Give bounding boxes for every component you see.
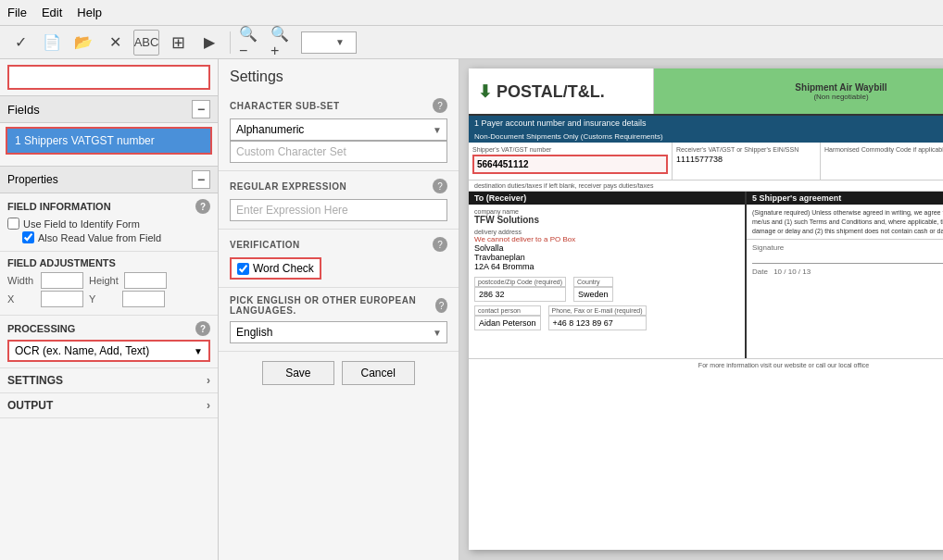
add-icon[interactable]: ⊞ <box>165 30 191 56</box>
settings-panel: Settings CHARACTER SUB-SET ? Alphanumeri… <box>219 59 459 560</box>
word-check-label: Word Check <box>253 262 314 275</box>
to-receiver-title: To (Receiver) <box>469 192 745 205</box>
height-input[interactable]: 27 <box>124 272 167 289</box>
zoom-in-icon[interactable]: 🔍+ <box>270 30 295 56</box>
ocr-dropdown-arrow-icon: ▼ <box>194 346 203 356</box>
properties-label: Properties <box>7 173 58 186</box>
country-section: Country Sweden <box>573 277 613 302</box>
custom-charset-input[interactable] <box>230 141 447 163</box>
processing-help-icon[interactable]: ? <box>195 321 210 336</box>
ocr-dropdown[interactable]: OCR (ex. Name, Add, Text) ▼ <box>7 340 210 362</box>
menu-help[interactable]: Help <box>77 6 102 19</box>
x-label: X <box>7 293 35 305</box>
width-label: Width <box>7 275 35 286</box>
regular-expression-group: REGULAR EXPRESSION ? <box>219 171 459 230</box>
verification-group: VERIFICATION ? Word Check <box>219 230 459 288</box>
shipper-vat-section: Shipper's VAT/GST number 5664451112 <box>469 143 673 180</box>
y-input[interactable]: 187 <box>122 291 165 307</box>
output-nav-arrow-icon: › <box>207 399 210 412</box>
character-subset-select-wrapper: Alphanumeric Numeric Alpha Custom ▼ <box>230 118 447 141</box>
right-area: Settings CHARACTER SUB-SET ? Alphanumeri… <box>219 59 943 560</box>
duties-row: destination duties/taxes if left blank, … <box>469 180 943 192</box>
verification-header: VERIFICATION ? <box>230 237 447 252</box>
field-adj-section: FIELD ADJUSTMENTS Width 58 Height 27 X 3… <box>0 252 218 316</box>
shipment-section: Shipment Air Waybill (Non negotiable) <box>654 68 943 114</box>
use-field-identify-checkbox[interactable] <box>7 218 19 230</box>
field-info-title: FIELD INFORMATION ? <box>7 199 210 214</box>
document-preview: ⬇ POSTAL/T&L. Shipment Air Waybill (Non … <box>459 59 943 560</box>
field-item-1[interactable]: 1 Shippers VATGST number <box>6 127 212 155</box>
verification-label: VERIFICATION <box>230 240 300 250</box>
signature-label: Signature <box>752 243 943 264</box>
word-check-checkbox[interactable] <box>237 263 249 275</box>
postal-logo: ⬇ POSTAL/T&L. <box>478 81 605 102</box>
country-label: Country <box>573 277 613 287</box>
delivery-note: We cannot deliver to a PO Box <box>474 235 739 243</box>
doc-footer: For more information visit our website o… <box>469 358 943 371</box>
language-select[interactable]: English French German Spanish Italian <box>230 321 447 343</box>
contact-phone-row: contact person Aidan Peterson Phone, Fax… <box>474 305 739 330</box>
logo-arrow: ⬇ <box>478 82 492 101</box>
payer-row: 1 Payer account number and insurance det… <box>469 116 943 131</box>
date-label-text: Date <box>752 268 768 276</box>
character-subset-group: CHARACTER SUB-SET ? Alphanumeric Numeric… <box>219 91 459 171</box>
regular-expression-label: REGULAR EXPRESSION <box>230 181 346 192</box>
regular-expression-help-icon[interactable]: ? <box>433 179 447 193</box>
shipment-title: Shipment Air Waybill <box>795 82 886 93</box>
save-icon[interactable]: ✓ <box>7 30 33 56</box>
zoom-out-icon[interactable]: 🔍− <box>238 30 264 56</box>
new-icon[interactable]: 📄 <box>39 30 65 56</box>
output-nav-item[interactable]: OUTPUT › <box>0 393 218 418</box>
character-subset-select[interactable]: Alphanumeric Numeric Alpha Custom <box>230 118 447 141</box>
zoom-dropdown-arrow[interactable]: ▼ <box>335 37 345 47</box>
save-button[interactable]: Save <box>262 361 333 385</box>
duties-label: destination duties/taxes if left blank, … <box>474 182 653 189</box>
delete-icon[interactable]: ✕ <box>102 30 128 56</box>
also-read-value-checkbox[interactable] <box>22 231 34 243</box>
text-icon[interactable]: ABC <box>133 30 159 56</box>
processing-section: PROCESSING ? OCR (ex. Name, Add, Text) ▼ <box>0 316 218 368</box>
fields-collapse-btn[interactable]: − <box>192 100 210 118</box>
language-header: PICK ENGLISH OR OTHER EUROPEAN LANGUAGES… <box>230 295 447 316</box>
zoom-input[interactable]: 91% <box>306 36 335 49</box>
word-check-row: Word Check <box>230 257 447 280</box>
fields-section-header: Fields − <box>0 95 218 123</box>
settings-nav-item[interactable]: SETTINGS › <box>0 368 218 393</box>
contact-value: Aidan Peterson <box>474 316 541 330</box>
postal-logo-section: ⬇ POSTAL/T&L. <box>469 68 654 114</box>
x-input[interactable]: 320 <box>41 291 83 307</box>
language-select-wrapper: English French German Spanish Italian ▼ <box>230 321 447 343</box>
shipper-vat-label: Shipper's VAT/GST number <box>472 146 668 153</box>
regular-expression-input[interactable] <box>230 199 447 221</box>
width-input[interactable]: 58 <box>41 272 83 289</box>
logo-text: POSTAL/T&L. <box>497 82 605 101</box>
character-subset-help-icon[interactable]: ? <box>433 98 447 113</box>
width-height-row: Width 58 Height 27 <box>7 272 210 289</box>
settings-panel-title: Settings <box>219 59 459 91</box>
menu-edit[interactable]: Edit <box>42 6 62 19</box>
language-help-icon[interactable]: ? <box>435 298 447 313</box>
date-value: 10 / 10 / 13 <box>773 268 811 276</box>
agreement-text: (Signature required) Unless otherwise ag… <box>747 205 943 239</box>
word-check-box[interactable]: Word Check <box>230 257 321 280</box>
shippers-title: 5 Shipper's agreement <box>747 192 943 205</box>
play-icon[interactable]: ▶ <box>196 30 222 56</box>
field-info-help-icon[interactable]: ? <box>195 199 210 214</box>
menu-file[interactable]: File <box>7 6 27 19</box>
zoom-box[interactable]: 91% ▼ <box>301 31 357 54</box>
phone-label: Phone, Fax or E-mail (required) <box>548 305 647 316</box>
field-info-section: FIELD INFORMATION ? Use Field to Identif… <box>0 193 218 252</box>
verification-help-icon[interactable]: ? <box>433 237 447 252</box>
processing-title: PROCESSING ? <box>7 321 210 336</box>
template-input[interactable]: MyTemplate <box>7 65 210 90</box>
field-adj-title: FIELD ADJUSTMENTS <box>7 257 210 268</box>
height-label: Height <box>89 275 119 286</box>
save-cancel-row: Save Cancel <box>219 352 459 394</box>
properties-collapse-btn[interactable]: − <box>192 170 210 189</box>
main-layout: MyTemplate Fields − 1 Shippers VATGST nu… <box>0 59 943 560</box>
open-icon[interactable]: 📂 <box>70 30 96 56</box>
signature-row: Signature Date 10 / 10 / 13 <box>747 239 943 280</box>
shipment-sub: (Non negotiable) <box>813 93 868 101</box>
cancel-button[interactable]: Cancel <box>342 361 415 385</box>
zip-value: 286 32 <box>474 287 566 302</box>
